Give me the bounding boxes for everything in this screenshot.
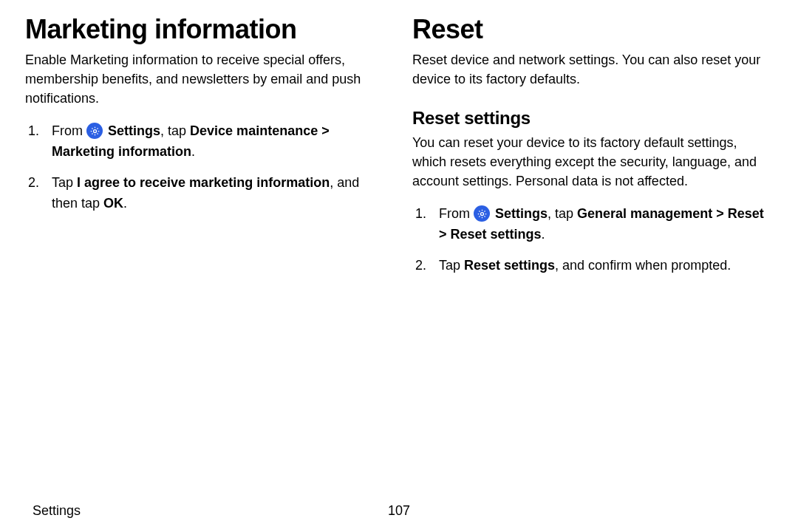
subheading-reset-settings: Reset settings — [412, 108, 773, 129]
agree-label: I agree to receive marketing information — [77, 175, 330, 190]
step-text: , tap — [160, 123, 190, 138]
intro-marketing: Enable Marketing information to receive … — [25, 50, 386, 108]
steps-reset-settings: From Settings, tap General management > … — [412, 204, 773, 276]
ok-label: OK — [103, 196, 123, 211]
steps-marketing: From Settings, tap Device maintenance > … — [25, 121, 386, 214]
heading-reset: Reset — [412, 15, 773, 44]
step-text: From — [52, 123, 83, 138]
settings-icon — [474, 205, 490, 222]
step-text: , and confirm when prompted. — [555, 258, 731, 273]
step-item: From Settings, tap General management > … — [412, 204, 773, 245]
path-separator: > — [318, 123, 330, 138]
intro-reset: Reset device and network settings. You c… — [412, 50, 773, 89]
step-text: , tap — [548, 206, 577, 221]
svg-point-0 — [93, 129, 96, 132]
settings-label: Settings — [108, 123, 160, 138]
right-column: Reset Reset device and network settings.… — [412, 15, 773, 287]
step-text: . — [542, 227, 545, 242]
step-text: Tap — [439, 258, 464, 273]
footer-section-label: Settings — [33, 503, 81, 519]
intro-reset-settings: You can reset your device to its factory… — [412, 133, 773, 191]
path-separator: > — [439, 227, 451, 242]
path-separator: > — [712, 206, 728, 221]
step-text: Tap — [52, 175, 77, 190]
svg-point-1 — [480, 212, 483, 215]
heading-marketing-information: Marketing information — [25, 15, 386, 44]
path-device-maintenance: Device maintenance — [190, 123, 318, 138]
page-footer: Settings 107 — [33, 503, 765, 519]
reset-settings-label: Reset settings — [464, 258, 555, 273]
step-item: Tap Reset settings, and confirm when pro… — [412, 256, 773, 276]
path-general-management: General management — [577, 206, 712, 221]
left-column: Marketing information Enable Marketing i… — [25, 15, 386, 287]
step-text: . — [123, 196, 127, 211]
step-item: Tap I agree to receive marketing informa… — [25, 173, 386, 214]
footer-page-number: 107 — [388, 503, 410, 519]
path-reset: Reset — [728, 206, 764, 221]
path-reset-settings: Reset settings — [451, 227, 542, 242]
path-marketing-information: Marketing information — [52, 144, 191, 159]
step-text: . — [191, 144, 195, 159]
settings-label: Settings — [495, 206, 548, 221]
step-text: From — [439, 206, 470, 221]
step-item: From Settings, tap Device maintenance > … — [25, 121, 386, 163]
settings-icon — [86, 123, 103, 139]
